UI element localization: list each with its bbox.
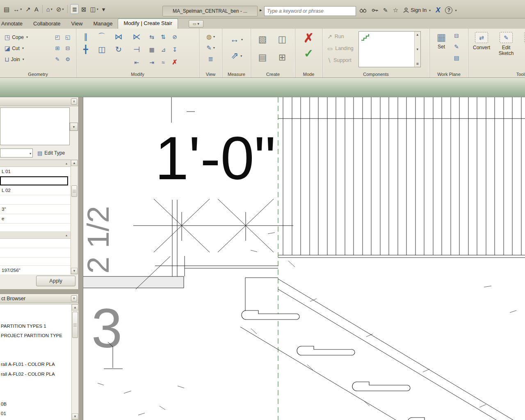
cope-button[interactable]: ◳ Cope ▾ bbox=[3, 34, 29, 41]
array-icon[interactable]: ▦ bbox=[149, 47, 154, 52]
subscription-key-icon[interactable] bbox=[372, 8, 378, 12]
property-row[interactable] bbox=[0, 176, 71, 186]
customize-qat-icon[interactable]: ▾ bbox=[101, 4, 107, 14]
run-button[interactable]: ↗ Run bbox=[326, 31, 355, 41]
document-title[interactable]: MA_Spelman_CENTRAL_ben - ... bbox=[162, 6, 258, 16]
project-browser-scrollbar[interactable]: ▲ ▼ bbox=[71, 304, 79, 420]
gallery-up-icon[interactable]: ▲ bbox=[416, 33, 419, 37]
scroll-down-icon[interactable]: ▼ bbox=[71, 268, 78, 274]
edit-sketch-button[interactable]: ✎ EditSketch bbox=[495, 31, 517, 78]
railing-button-partial[interactable]: ▥ bbox=[520, 31, 525, 78]
landing-button[interactable]: ▭ Landing bbox=[326, 43, 355, 53]
wall-joins-icon[interactable]: ⚙ bbox=[64, 55, 72, 64]
mirror-pick-axis-icon[interactable]: ⋈ bbox=[115, 33, 123, 41]
stair-run-type-icon[interactable] bbox=[361, 33, 371, 43]
property-group-header[interactable]: ▴ bbox=[0, 160, 71, 167]
unpin-icon[interactable]: ↧ bbox=[172, 47, 177, 52]
gallery-scrollbar[interactable]: ▲ ▼ ≣ bbox=[414, 32, 420, 67]
work-plane-viewer-icon[interactable]: ✎ bbox=[452, 42, 461, 51]
exchange-apps-icon[interactable]: X bbox=[436, 6, 440, 14]
help-button[interactable]: ? ▾ bbox=[445, 7, 457, 14]
aligned-dimension-button[interactable]: ↔ ▾ bbox=[222, 31, 251, 48]
thin-lines-icon[interactable]: ≣ bbox=[70, 4, 79, 14]
override-graphics-button[interactable]: ✎ ▾ bbox=[199, 42, 222, 53]
uncut-geometry-icon[interactable]: ⊟ bbox=[64, 44, 72, 52]
cut-geometry-icon[interactable]: ⊞ bbox=[53, 44, 62, 52]
measure-icon[interactable]: ↗ bbox=[24, 4, 32, 14]
property-row[interactable]: L 02 bbox=[0, 186, 71, 195]
property-row[interactable] bbox=[0, 239, 71, 248]
property-row[interactable] bbox=[0, 248, 71, 258]
sign-in-dropdown-icon[interactable]: ▾ bbox=[429, 9, 431, 12]
apply-coping-icon[interactable]: ◰ bbox=[53, 33, 62, 41]
section-icon[interactable]: ⊘▾ bbox=[55, 4, 65, 14]
visibility-button[interactable]: ◍ ▾ bbox=[199, 31, 222, 42]
thin-lines-view-button[interactable]: ≣ bbox=[199, 53, 222, 64]
type-selector-preview[interactable] bbox=[0, 107, 70, 145]
scroll-up-icon[interactable]: ▲ bbox=[71, 160, 78, 166]
scroll-up-icon[interactable]: ▲ bbox=[72, 304, 78, 310]
remove-coping-icon[interactable]: ◱ bbox=[64, 33, 72, 41]
drawing-area[interactable]: 1'-0" 2 1/2 3 bbox=[83, 97, 525, 420]
tab-annotate[interactable]: Annotate bbox=[0, 19, 28, 29]
aligned-dimension-icon[interactable]: ↔▾ bbox=[12, 4, 23, 14]
tree-item[interactable]: 0B bbox=[1, 402, 7, 406]
match-type-icon[interactable]: ≈ bbox=[162, 59, 165, 65]
favorites-icon[interactable]: ☆ bbox=[393, 7, 398, 14]
scroll-down-icon[interactable]: ▼ bbox=[72, 413, 78, 420]
split-with-gap-icon[interactable]: ⇅ bbox=[161, 34, 166, 40]
show-work-plane-icon[interactable]: ⊟ bbox=[452, 31, 461, 40]
legend-component-icon[interactable]: ⊞ bbox=[278, 52, 286, 63]
property-row[interactable] bbox=[0, 258, 71, 266]
offset-icon[interactable]: ⌒ bbox=[98, 33, 106, 41]
measure-button[interactable]: ⇗ ▾ bbox=[222, 48, 251, 64]
property-row[interactable]: 197/256" bbox=[0, 266, 71, 274]
property-row[interactable]: e bbox=[0, 214, 71, 224]
mirror-draw-axis-icon[interactable]: ⋉ bbox=[133, 33, 141, 41]
filter-combobox[interactable]: ▾ bbox=[0, 148, 33, 158]
convert-button[interactable]: ⇄ Convert bbox=[471, 31, 492, 78]
tree-item[interactable]: rall A-FL02 - COLOR PLA bbox=[1, 372, 55, 377]
properties-header[interactable]: × bbox=[0, 97, 78, 106]
type-selector-dropdown-icon[interactable]: ▾ bbox=[70, 123, 78, 131]
copy-icon[interactable]: ◫ bbox=[98, 46, 105, 53]
property-row[interactable]: L 01 bbox=[0, 167, 71, 176]
create-parts-icon[interactable]: ▧ bbox=[258, 34, 267, 45]
set-work-plane-button[interactable]: ▦ Set bbox=[433, 31, 450, 78]
tree-item[interactable]: rall A-FL01 - COLOR PLA bbox=[1, 362, 55, 367]
rotate-icon[interactable]: ↻ bbox=[115, 46, 122, 53]
move-icon[interactable]: ╋ bbox=[83, 46, 88, 53]
search-input[interactable] bbox=[267, 8, 353, 14]
create-similar-icon[interactable]: ▤ bbox=[258, 52, 267, 63]
communication-center-icon[interactable]: ✎ bbox=[383, 7, 388, 14]
tab-manage[interactable]: Manage bbox=[88, 19, 118, 29]
tab-collaborate[interactable]: Collaborate bbox=[28, 19, 66, 29]
finish-stair-icon[interactable]: ✓ bbox=[304, 48, 313, 59]
close-icon[interactable]: × bbox=[71, 98, 77, 105]
sign-in-button[interactable]: Sign In ▾ bbox=[403, 7, 431, 13]
project-browser-header[interactable]: ct Browser × bbox=[0, 294, 78, 303]
trim-extend-corner-icon[interactable]: ⊣ bbox=[133, 46, 140, 53]
delete-icon[interactable]: ✗ bbox=[172, 59, 177, 66]
ribbon-display-toggle[interactable]: ▭ ▾ bbox=[189, 20, 203, 27]
scale-icon[interactable]: ⊿ bbox=[161, 47, 166, 52]
close-hidden-windows-icon[interactable]: ⊠ bbox=[80, 4, 88, 14]
pin-icon[interactable]: ⊘ bbox=[172, 34, 177, 40]
cut-button[interactable]: ◪ Cut ▾ bbox=[3, 45, 25, 52]
property-row[interactable]: 3" bbox=[0, 205, 71, 214]
title-expand-icon[interactable]: ▸ bbox=[260, 7, 262, 13]
gallery-down-icon[interactable]: ▼ bbox=[416, 48, 419, 51]
dimension-text[interactable]: 1'-0" bbox=[155, 124, 276, 192]
search-icon[interactable] bbox=[359, 8, 367, 13]
trim-extend-multiple-icon[interactable]: ⇥ bbox=[149, 59, 154, 65]
tab-view[interactable]: View bbox=[66, 19, 88, 29]
tab-modify-create-stair[interactable]: Modify | Create Stair bbox=[118, 18, 178, 29]
default-3d-view-icon[interactable]: ⌂▾ bbox=[45, 4, 54, 14]
trim-extend-single-icon[interactable]: ⇤ bbox=[134, 59, 139, 65]
switch-windows-icon[interactable]: ◫▾ bbox=[89, 4, 100, 14]
scrollbar-thumb[interactable] bbox=[72, 312, 78, 338]
help-dropdown-icon[interactable]: ▾ bbox=[455, 9, 457, 12]
property-row[interactable] bbox=[0, 224, 71, 232]
tree-item[interactable]: PROJECT PARTITION TYPE bbox=[1, 333, 62, 338]
open-icon[interactable]: ▤ bbox=[2, 4, 11, 14]
